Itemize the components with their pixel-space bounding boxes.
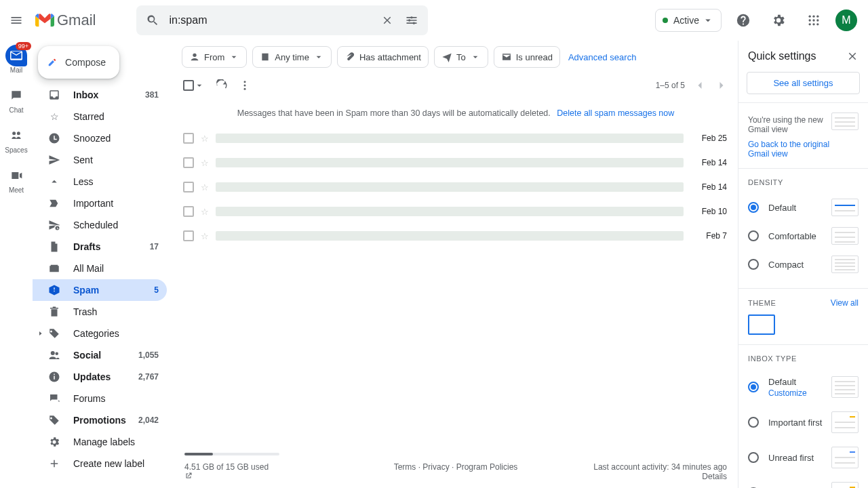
program-link[interactable]: Program Policies <box>456 462 518 472</box>
row-checkbox[interactable] <box>183 230 194 241</box>
chevron-left-icon <box>693 79 707 92</box>
gmail-logo[interactable]: Gmail <box>35 12 96 29</box>
row-checkbox[interactable] <box>183 206 194 217</box>
customize-link[interactable]: Customize <box>768 388 807 398</box>
nav-sent[interactable]: Sent <box>33 149 167 171</box>
labels-heading: LABELS <box>33 484 174 488</box>
main-menu-button[interactable] <box>0 14 33 27</box>
chip-attachment[interactable]: Has attachment <box>337 46 429 68</box>
info-icon <box>47 371 61 383</box>
nav-allmail[interactable]: All Mail <box>33 258 167 279</box>
nav-drafts[interactable]: Drafts17 <box>33 236 167 258</box>
nav-scheduled[interactable]: Scheduled <box>33 214 167 236</box>
star-button[interactable]: ☆ <box>201 231 209 241</box>
account-avatar[interactable]: M <box>835 9 857 31</box>
search-button[interactable] <box>140 8 165 33</box>
compose-button[interactable]: Compose <box>38 46 119 79</box>
rail-chat[interactable]: Chat <box>0 85 33 114</box>
inbox-type-important[interactable]: Important first <box>748 405 859 440</box>
close-panel-button[interactable] <box>846 50 859 62</box>
chip-from[interactable]: From <box>182 46 247 68</box>
nav-create-label[interactable]: Create new label <box>33 453 167 474</box>
chip-anytime[interactable]: Any time <box>252 46 332 68</box>
apps-button[interactable] <box>800 7 827 34</box>
nav-starred[interactable]: ☆Starred <box>33 106 167 127</box>
nav-updates[interactable]: Updates2,767 <box>33 366 167 388</box>
privacy-link[interactable]: Privacy <box>422 462 449 472</box>
nav-inbox[interactable]: Inbox381 <box>33 84 167 106</box>
main-content: From Any time Has attachment To Is unrea… <box>174 41 738 488</box>
new-view-info: You're using the new Gmail view <box>748 113 831 140</box>
nav-social[interactable]: Social1,055 <box>33 344 167 366</box>
nav-categories[interactable]: Categories <box>33 323 167 344</box>
row-checkbox[interactable] <box>183 133 194 144</box>
refresh-button[interactable] <box>216 79 228 92</box>
nav-spam[interactable]: Spam5 <box>33 279 167 301</box>
message-row[interactable]: ☆Feb 14 <box>174 175 738 199</box>
delete-all-spam-link[interactable]: Delete all spam messages now <box>557 108 674 118</box>
checkbox-icon <box>183 80 194 91</box>
nav-trash[interactable]: Trash <box>33 301 167 323</box>
message-row[interactable]: ☆Feb 10 <box>174 199 738 224</box>
search-input[interactable] <box>165 14 375 26</box>
theme-viewall-link[interactable]: View all <box>831 298 859 308</box>
density-compact[interactable]: Compact <box>748 250 859 279</box>
see-all-settings-button[interactable]: See all settings <box>747 72 860 94</box>
theme-option[interactable] <box>748 314 775 335</box>
density-comfortable[interactable]: Comfortable <box>748 222 859 250</box>
forums-icon <box>47 392 61 405</box>
details-link[interactable]: Details <box>593 472 727 481</box>
rail-meet[interactable]: Meet <box>0 165 33 194</box>
calendar-icon <box>260 52 271 62</box>
message-row[interactable]: ☆Feb 25 <box>174 126 738 150</box>
apps-icon <box>807 14 821 27</box>
svg-point-21 <box>244 81 246 83</box>
nav-important[interactable]: Important <box>33 192 167 214</box>
svg-point-5 <box>816 16 818 18</box>
storage-link[interactable] <box>184 472 273 480</box>
inbox-thumb <box>831 447 859 468</box>
clear-search-button[interactable] <box>375 8 399 33</box>
message-row[interactable]: ☆Feb 7 <box>174 224 738 248</box>
chip-unread[interactable]: Is unread <box>494 46 560 68</box>
spam-banner: Messages that have been in Spam more tha… <box>174 100 738 126</box>
prev-page-button[interactable] <box>693 79 707 92</box>
inbox-type-unread[interactable]: Unread first <box>748 440 859 475</box>
row-checkbox[interactable] <box>183 182 194 192</box>
support-button[interactable] <box>730 7 757 34</box>
status-chip[interactable]: Active <box>655 9 722 32</box>
gear-icon <box>771 13 786 28</box>
chevron-down-icon <box>229 52 239 62</box>
message-row[interactable]: ☆Feb 14 <box>174 150 738 175</box>
star-button[interactable]: ☆ <box>201 158 209 168</box>
density-default[interactable]: Default <box>748 193 859 222</box>
nav-snoozed[interactable]: Snoozed <box>33 127 167 149</box>
brand-text: Gmail <box>57 12 96 29</box>
chip-to[interactable]: To <box>434 46 488 68</box>
star-button[interactable]: ☆ <box>201 207 209 217</box>
nav-forums[interactable]: Forums <box>33 388 167 409</box>
next-page-button[interactable] <box>715 79 728 92</box>
rail-spaces[interactable]: Spaces <box>0 125 33 154</box>
star-button[interactable]: ☆ <box>201 182 209 192</box>
star-button[interactable]: ☆ <box>201 134 209 144</box>
nav-less[interactable]: Less <box>33 171 167 192</box>
chevron-up-icon <box>47 176 61 188</box>
more-button[interactable] <box>239 79 251 92</box>
terms-link[interactable]: Terms <box>394 462 416 472</box>
search-options-button[interactable] <box>399 8 424 33</box>
nav-promotions[interactable]: Promotions2,042 <box>33 409 167 431</box>
panel-title: Quick settings <box>748 50 816 62</box>
help-icon <box>736 13 751 28</box>
go-back-link[interactable]: Go back to the original Gmail view <box>748 140 831 159</box>
row-checkbox[interactable] <box>183 157 194 168</box>
advanced-search-link[interactable]: Advanced search <box>568 52 636 62</box>
rail-mail[interactable]: 99+ Mail <box>0 45 33 74</box>
settings-button[interactable] <box>765 7 792 34</box>
inbox-type-starred[interactable]: Starred first <box>748 475 859 488</box>
sidebar: Compose Inbox381 ☆Starred Snoozed Sent L… <box>33 41 174 488</box>
svg-point-1 <box>408 19 410 21</box>
nav-manage-labels[interactable]: Manage labels <box>33 431 167 453</box>
select-all-checkbox[interactable] <box>183 80 205 91</box>
inbox-type-default[interactable]: DefaultCustomize <box>748 369 859 405</box>
